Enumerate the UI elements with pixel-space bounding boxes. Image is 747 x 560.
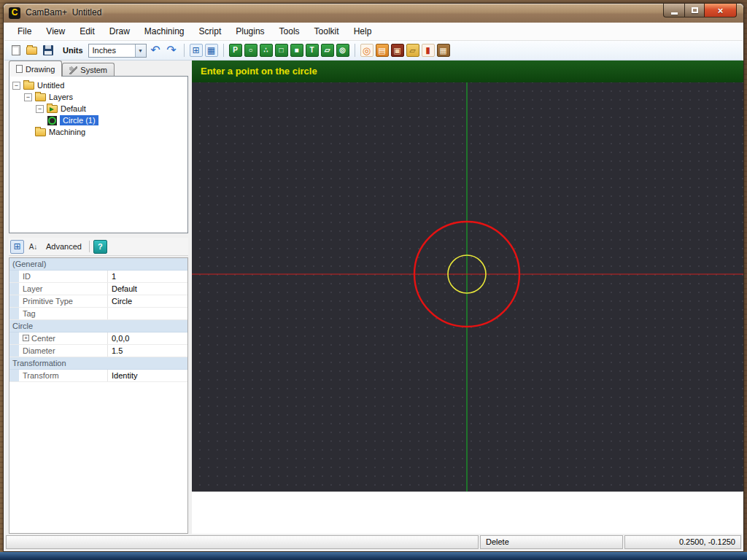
close-button[interactable]: × (704, 4, 737, 18)
snap-grid-icon: ⊞ (192, 46, 199, 55)
gcode-icon: ▦ (439, 47, 446, 55)
property-value[interactable]: 1.5 (108, 345, 187, 357)
property-label: Tag (23, 309, 36, 318)
property-value[interactable]: 0,0,0 (108, 332, 187, 344)
menu-file[interactable]: File (10, 23, 39, 39)
open-file-button[interactable] (25, 44, 39, 58)
property-value[interactable]: 1 (108, 271, 187, 282)
property-label: Primitive Type (23, 297, 73, 306)
tab-drawing[interactable]: Drawing (9, 61, 62, 77)
draw-square-button[interactable]: ■ (290, 44, 303, 57)
undo-icon: ↶ (150, 44, 160, 56)
status-bar: Delete 0.2500, -0.1250 (5, 534, 742, 550)
property-category[interactable]: Circle (9, 320, 187, 332)
expand-toggle-icon[interactable]: + (23, 335, 29, 341)
property-row-center[interactable]: + Center 0,0,0 (9, 332, 187, 345)
categorized-icon: ⊞ (13, 241, 20, 252)
app-icon: C (9, 7, 20, 19)
polyline-icon: P (233, 47, 238, 54)
property-value[interactable]: Default (108, 283, 187, 295)
menu-toolkit[interactable]: Toolkit (307, 23, 347, 39)
status-message-panel (6, 535, 479, 549)
property-value[interactable] (108, 308, 187, 319)
property-row-transform[interactable]: Transform Identity (9, 370, 187, 382)
collapse-toggle-icon[interactable]: − (24, 93, 32, 101)
grid-margin (9, 370, 19, 381)
help-button[interactable]: ? (93, 240, 107, 254)
property-value[interactable]: Identity (108, 370, 187, 381)
prompt-text: Enter a point on the circle (201, 66, 317, 77)
redo-button[interactable]: ↷ (165, 44, 179, 56)
draw-rectangle-button[interactable]: □ (275, 44, 288, 57)
new-file-button[interactable] (9, 44, 23, 58)
draw-text-button[interactable]: T (306, 44, 319, 57)
property-row-diameter[interactable]: Diameter 1.5 (9, 345, 187, 357)
grid-margin (9, 283, 19, 295)
status-coordinates-panel: 0.2500, -0.1250 (624, 535, 741, 549)
units-value: Inches (89, 46, 135, 55)
undo-button[interactable]: ↶ (149, 44, 163, 56)
tree-item-label-selected: Circle (1) (60, 115, 98, 125)
menu-script[interactable]: Script (192, 23, 229, 39)
title-bar[interactable]: C CamBam+ Untitled × (4, 4, 743, 23)
collapse-toggle-icon[interactable]: − (36, 105, 44, 113)
tree-item-machining[interactable]: Machining (11, 126, 186, 138)
menu-help[interactable]: Help (347, 23, 379, 39)
profile-toolpath-button[interactable]: ▤ (376, 44, 389, 57)
draw-circle-button[interactable]: ○ (244, 44, 258, 57)
draw-surface-button[interactable]: ▱ (321, 44, 334, 57)
surface-icon: ▱ (325, 47, 330, 54)
property-category[interactable]: (General) (9, 258, 187, 271)
snap-to-grid-button[interactable]: ⊞ (190, 44, 203, 57)
maximize-button[interactable] (684, 4, 704, 18)
folder-icon (23, 82, 34, 90)
window-title: CamBam+ Untitled (26, 7, 101, 18)
menu-draw[interactable]: Draw (102, 23, 137, 39)
property-label: Layer (23, 284, 43, 293)
open-folder-icon (26, 47, 37, 55)
gcode-button[interactable]: ▦ (437, 44, 450, 57)
drawing-canvas[interactable]: Enter a point on the circle (192, 61, 743, 491)
menu-view[interactable]: View (39, 23, 72, 39)
grid-margin (9, 295, 19, 307)
tab-drawing-label: Drawing (26, 65, 55, 74)
tree-item-layers[interactable]: − Layers (11, 91, 186, 103)
collapse-toggle-icon[interactable]: − (12, 82, 20, 90)
engrave-toolpath-button[interactable]: ▮ (422, 44, 435, 57)
chevron-down-icon[interactable]: ▼ (135, 44, 146, 57)
property-row-id[interactable]: ID 1 (9, 271, 187, 283)
show-grid-button[interactable]: ▦ (205, 44, 218, 57)
tree-item-circle[interactable]: Circle (1) (11, 114, 186, 126)
tree-item-untitled[interactable]: − Untitled (11, 79, 186, 91)
pocket-toolpath-button[interactable]: ▣ (391, 44, 404, 57)
property-row-tag[interactable]: Tag (9, 308, 187, 320)
menu-edit[interactable]: Edit (72, 23, 102, 39)
property-category[interactable]: Transformation (9, 357, 187, 370)
drill-toolpath-button[interactable]: ▱ (406, 44, 419, 57)
menu-machining[interactable]: Machining (137, 23, 192, 39)
window-bottom-edge (0, 552, 747, 560)
advanced-button[interactable]: Advanced (42, 240, 85, 254)
menu-plugins[interactable]: Plugins (228, 23, 271, 39)
client-area: Drawing System − Untitled − (4, 61, 743, 534)
minimize-button[interactable] (663, 4, 684, 18)
stock-button[interactable]: ◎ (360, 44, 374, 57)
draw-points-button[interactable]: ∴ (260, 44, 273, 57)
draw-polyline-button[interactable]: P (229, 44, 242, 57)
sort-az-icon: A↓ (29, 243, 38, 251)
pocket-icon: ▣ (393, 47, 400, 55)
sort-alphabetical-button[interactable]: A↓ (26, 240, 40, 254)
wrench-icon (69, 66, 77, 74)
toolbar-separator (89, 241, 90, 252)
save-button[interactable] (41, 44, 55, 58)
property-row-layer[interactable]: Layer Default (9, 283, 187, 295)
categorized-view-button[interactable]: ⊞ (10, 240, 24, 254)
units-select[interactable]: Inches ▼ (88, 44, 147, 58)
property-value[interactable]: Circle (108, 295, 187, 307)
minimize-icon (671, 12, 678, 15)
draw-region-button[interactable]: ◎ (336, 44, 349, 57)
property-row-primitive-type[interactable]: Primitive Type Circle (9, 295, 187, 308)
tab-system[interactable]: System (62, 63, 115, 77)
tree-item-default-layer[interactable]: − Default (11, 103, 186, 114)
menu-tools[interactable]: Tools (272, 23, 307, 39)
